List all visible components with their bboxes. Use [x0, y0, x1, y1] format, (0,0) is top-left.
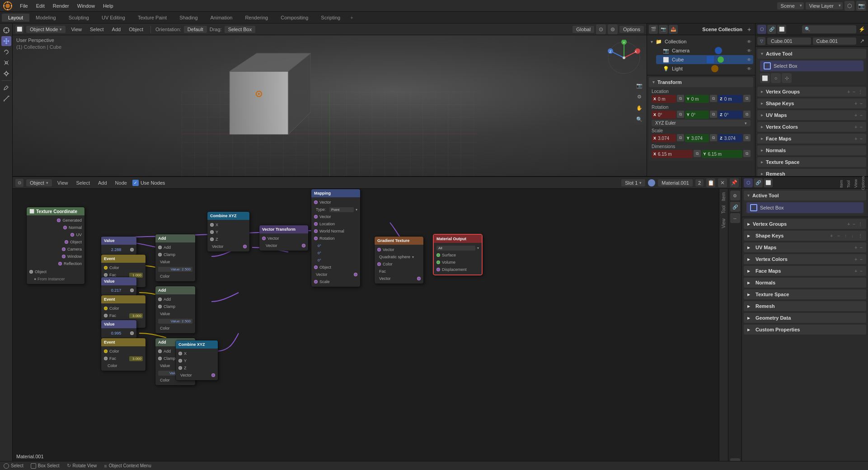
location-y[interactable]: Y0 m — [685, 95, 709, 103]
vertex-groups-header[interactable]: ▸ Vertex Groups + − ⋮ — [757, 87, 866, 97]
node-combine-xyz-1[interactable]: Combine XYZ X Y Z Vector — [207, 211, 250, 252]
mesh-type-icon[interactable]: ▽ — [757, 37, 765, 45]
menu-file[interactable]: File — [16, 2, 32, 9]
viewport-render-btn[interactable]: ⚙ — [634, 92, 644, 102]
node-texture-coordinate[interactable]: ⬜ Texture Coordinate Generated Normal UV… — [26, 207, 85, 284]
location-x[interactable]: X0 m — [652, 95, 676, 103]
cursor-tool[interactable] — [1, 25, 11, 35]
new-material-btn[interactable]: 📋 — [706, 178, 715, 187]
ne-label-tool[interactable]: Tool — [720, 204, 727, 215]
options-btn[interactable]: Options — [619, 26, 644, 33]
tab-texture-paint[interactable]: Texture Paint — [131, 14, 173, 22]
snap-btn[interactable]: ⊙ — [596, 24, 606, 34]
scale-copy-x[interactable]: ⧉ — [677, 134, 684, 141]
ne-label-view[interactable]: View — [720, 217, 727, 230]
viewport-view-menu[interactable]: View — [68, 26, 84, 33]
orientation-selector[interactable]: Default — [184, 26, 207, 33]
face-maps-header[interactable]: ▸ Face Maps + − — [757, 134, 866, 144]
scale-x[interactable]: X3.074 — [652, 134, 676, 142]
node-add-1[interactable]: Add Add Clamp Value Value: 2.500 Color — [155, 234, 196, 282]
np-icon3[interactable]: ⬜ — [764, 178, 773, 187]
add-workspace-btn[interactable]: + — [347, 14, 357, 22]
engine-icon[interactable]: ⬡ — [845, 1, 854, 11]
viewport-add-menu[interactable]: Add — [109, 26, 124, 33]
viewport-object-menu[interactable]: Object — [126, 26, 146, 33]
scale-tool[interactable] — [1, 58, 11, 68]
fr-icon1[interactable]: ⬡ — [757, 25, 766, 34]
material-selector[interactable]: Material.001 — [658, 179, 693, 186]
shape-keys-header[interactable]: ▸ Shape Keys + − — [757, 98, 866, 108]
mesh-data-field[interactable]: Cube.001 — [813, 37, 857, 45]
node-cp-header[interactable]: ▸ Custom Properties — [744, 325, 866, 335]
vertex-colors-header[interactable]: ▸ Vertex Colors + − — [757, 122, 866, 132]
tab-compositing[interactable]: Compositing — [274, 14, 314, 22]
node-active-tool-header[interactable]: ▾ Active Tool — [744, 191, 866, 200]
node-ts-header[interactable]: ▸ Texture Space — [744, 289, 866, 299]
location-copy-x[interactable]: ⧉ — [677, 95, 684, 102]
dim-y[interactable]: Y6.15 m — [702, 150, 743, 158]
node-uv-header[interactable]: ▸ UV Maps + − — [744, 242, 866, 252]
menu-window[interactable]: Window — [74, 2, 99, 9]
viewport-canvas[interactable]: User Perspective (1) Collection | Cube X — [13, 35, 647, 176]
node-editor-pin[interactable]: 📌 — [730, 178, 739, 187]
rotation-z[interactable]: Z0° — [718, 111, 742, 119]
viewport-gizmo[interactable]: X Y Z — [606, 40, 642, 76]
node-add-2[interactable]: Add Add Clamp Value Value: 2.500 Color — [155, 286, 196, 334]
np-label-view[interactable]: View — [853, 176, 859, 190]
ne-icon-1[interactable]: ⚙ — [730, 191, 740, 200]
node-add-menu[interactable]: Add — [95, 179, 110, 186]
collection-item-camera[interactable]: ▾ 📷 Camera 👁 — [656, 46, 753, 55]
add-collection-btn[interactable]: + — [745, 25, 753, 33]
node-mapping[interactable]: Mapping Vector Type: Point ▾ Vector Loca… — [311, 189, 361, 287]
node-object-selector[interactable]: Object — [26, 179, 52, 186]
tab-uv-editing[interactable]: UV Editing — [95, 14, 131, 22]
ne-label-item[interactable]: Item — [720, 191, 727, 203]
transform-header[interactable]: ▾ Transform — [649, 77, 753, 87]
node-vg-header[interactable]: ▸ Vertex Groups + − ⋮ — [744, 219, 866, 229]
tab-shading[interactable]: Shading — [173, 14, 204, 22]
node-gradient-texture[interactable]: Gradient Texture Vector Quadratic sphere… — [374, 236, 424, 284]
normals-header[interactable]: ▸ Normals — [757, 145, 866, 155]
use-nodes-toggle[interactable]: ✓ Use Nodes — [132, 180, 165, 186]
scale-copy-y[interactable]: ⧉ — [710, 134, 717, 141]
measure-tool[interactable] — [1, 93, 11, 103]
node-sk-header[interactable]: ▸ Shape Keys + − ↑ ↓ ⋮ — [744, 231, 866, 241]
scene-selector[interactable]: Scene ▾ — [777, 2, 804, 9]
viewport-zoom-btn[interactable]: 🔍 — [634, 114, 644, 124]
node-node-menu[interactable]: Node — [113, 179, 130, 186]
np-label-options[interactable]: Options — [860, 174, 866, 192]
rotation-copy-z[interactable]: ⧉ — [743, 111, 751, 118]
node-select-box-btn[interactable]: Select Box — [746, 202, 863, 213]
tab-layout[interactable]: Layout — [2, 14, 29, 22]
dim-x[interactable]: X6.15 m — [652, 150, 693, 158]
texture-space-header[interactable]: ▸ Texture Space — [757, 157, 866, 167]
node-rm-header[interactable]: ▸ Remesh — [744, 301, 866, 311]
props-icon-render[interactable]: 📷 — [659, 25, 668, 34]
node-fm-header[interactable]: ▸ Face Maps + − — [744, 266, 866, 276]
annotate-tool[interactable] — [1, 83, 11, 93]
viewport-select-menu[interactable]: Select — [87, 26, 107, 33]
ne-icon-2[interactable]: 🔗 — [730, 202, 740, 212]
uv-maps-header[interactable]: ▸ UV Maps + − — [757, 110, 866, 120]
location-copy-y[interactable]: ⧉ — [710, 95, 717, 102]
render-icon[interactable]: 📷 — [856, 1, 866, 11]
rotate-tool[interactable] — [1, 47, 11, 57]
np-label-item[interactable]: Item — [838, 176, 845, 190]
np-icon1[interactable]: ⬡ — [744, 178, 753, 187]
rotation-mode-selector[interactable]: XYZ Euler ▾ — [652, 120, 751, 126]
slot-selector[interactable]: Slot 1 ▾ — [621, 179, 645, 186]
node-material-output[interactable]: Material Output All ▾ Surface Volume Dis… — [433, 234, 483, 275]
menu-edit[interactable]: Edit — [33, 2, 48, 9]
ne-icon-3[interactable]: ↔ — [730, 213, 740, 223]
view-layer-selector[interactable]: View Layer ▾ — [806, 2, 843, 9]
node-value-2[interactable]: Value 0.217 — [101, 277, 137, 296]
fr-icon3[interactable]: ⬜ — [777, 25, 786, 34]
tool-icon-3[interactable]: ⊹ — [782, 73, 792, 83]
tab-modeling[interactable]: Modeling — [29, 14, 62, 22]
rotation-x[interactable]: X0° — [652, 111, 676, 119]
fr-search[interactable]: 🔍 — [802, 25, 856, 33]
tab-animation[interactable]: Animation — [204, 14, 239, 22]
active-tool-header[interactable]: ▾ Active Tool — [757, 49, 866, 59]
remesh-header[interactable]: ▸ Remesh — [757, 169, 866, 176]
menu-render[interactable]: Render — [49, 2, 73, 9]
